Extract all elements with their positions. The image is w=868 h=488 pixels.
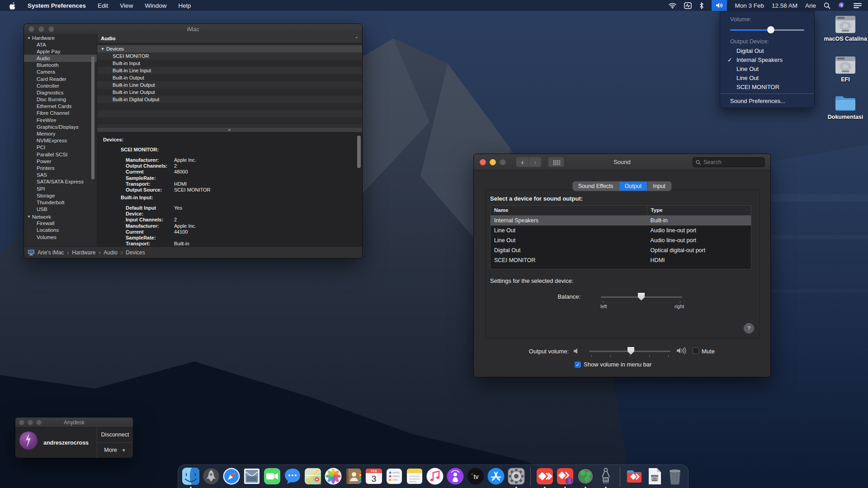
show-volume-checkbox[interactable]: ✓: [575, 361, 581, 368]
devices-group-row[interactable]: ▼ Devices: [97, 45, 362, 52]
sidebar-section-network[interactable]: ▼ Network: [24, 213, 97, 220]
anydesk-session-icon[interactable]: [556, 467, 574, 485]
volume-slider[interactable]: [730, 25, 804, 35]
output-device-item[interactable]: Line Out: [720, 73, 814, 82]
sidebar-section-hardware[interactable]: ▼ Hardware: [24, 34, 97, 41]
sidebar-item[interactable]: SATA/SATA Express: [24, 178, 97, 185]
sidebar-item[interactable]: Diagnostics: [24, 89, 97, 96]
maps-icon[interactable]: [304, 467, 322, 485]
sidebar-item[interactable]: Ethernet Cards: [24, 103, 97, 110]
mute-checkbox[interactable]: [693, 347, 699, 354]
device-row[interactable]: Built-in Line Output: [97, 89, 362, 96]
sidebar-item[interactable]: Storage: [24, 192, 97, 199]
bluetooth-icon[interactable]: [699, 0, 704, 11]
siri-icon[interactable]: [838, 0, 846, 11]
system-preferences-icon[interactable]: [507, 467, 525, 485]
desktop-icon-macos-catalina[interactable]: macOS Catalina: [821, 15, 868, 42]
sidebar-item[interactable]: Thunderbolt: [24, 199, 97, 206]
anydesk-icon[interactable]: [536, 467, 554, 485]
sound-preferences-item[interactable]: Sound Preferences...: [720, 96, 814, 105]
music-icon[interactable]: [426, 467, 444, 485]
menu-list-icon[interactable]: [854, 0, 862, 11]
sidebar-item[interactable]: Audio: [24, 55, 97, 61]
minimize-button[interactable]: [38, 26, 44, 32]
table-row[interactable]: Line Out Audio line-out port: [491, 235, 751, 245]
menu-view[interactable]: View: [120, 2, 133, 9]
anydesk-titlebar[interactable]: Anydesk: [15, 418, 133, 427]
column-type[interactable]: Type: [647, 206, 751, 215]
sidebar-item[interactable]: Printers: [24, 164, 97, 171]
search-icon[interactable]: [824, 0, 830, 11]
sidebar-item[interactable]: Apple Pay: [24, 48, 97, 55]
menu-user[interactable]: Arie: [805, 2, 816, 9]
podcasts-icon[interactable]: [446, 467, 464, 485]
table-row[interactable]: SCEI MONITOR HDMI: [491, 255, 751, 265]
sidebar-item[interactable]: Controller: [24, 82, 97, 89]
menu-window[interactable]: Window: [145, 2, 166, 9]
table-row[interactable]: Line Out Audio line-out port: [491, 225, 751, 235]
sidebar-item[interactable]: Firewall: [24, 220, 97, 227]
reminders-icon[interactable]: [385, 467, 403, 485]
sidebar-item[interactable]: Memory: [24, 130, 97, 137]
minimize-button[interactable]: [28, 420, 33, 425]
sidebar-item[interactable]: FireWire: [24, 117, 97, 123]
close-button[interactable]: [28, 26, 34, 32]
anydesk-folder-icon[interactable]: [625, 467, 643, 485]
close-button[interactable]: [480, 159, 486, 165]
search-field[interactable]: [693, 157, 765, 167]
apple-tv-icon[interactable]: tv: [467, 467, 485, 485]
photos-icon[interactable]: [324, 467, 342, 485]
desktop-icon-dokumentasi[interactable]: Dokumentasi: [821, 94, 868, 120]
disconnect-button[interactable]: Disconnect: [97, 427, 133, 442]
collapse-chevron-icon[interactable]: ⌃: [355, 36, 359, 41]
disclosure-triangle-icon[interactable]: ▼: [101, 47, 104, 51]
output-volume-thumb[interactable]: [627, 347, 634, 355]
device-row[interactable]: SCEI MONITOR: [97, 52, 362, 60]
help-button[interactable]: ?: [744, 323, 754, 333]
output-device-item[interactable]: ✓ Internal Speakers: [720, 55, 814, 64]
menu-date[interactable]: Mon 3 Feb: [735, 2, 764, 9]
table-row[interactable]: Digital Out Optical digital-out port: [491, 245, 751, 255]
device-row[interactable]: Built-in Line Input: [97, 67, 362, 74]
zoom-button[interactable]: [36, 420, 42, 425]
back-button[interactable]: ‹: [516, 157, 529, 167]
sidebar-item[interactable]: Volumes: [24, 234, 97, 240]
sidebar-item[interactable]: ATA: [24, 41, 97, 48]
sidebar-item[interactable]: PCI: [24, 144, 97, 151]
active-app-menu[interactable]: System Preferences: [28, 2, 86, 9]
sidebar-item[interactable]: USB: [24, 206, 97, 213]
tab[interactable]: Output: [619, 182, 648, 191]
disclosure-triangle-icon[interactable]: ▼: [27, 36, 31, 40]
device-row[interactable]: Built-in Line Output: [97, 81, 362, 89]
disk-image-document-icon[interactable]: [646, 467, 664, 485]
zoom-button[interactable]: [48, 26, 54, 32]
sidebar-item[interactable]: NVMExpress: [24, 137, 97, 144]
desktop-icon-efi[interactable]: EFI: [821, 56, 868, 83]
splitter-handle[interactable]: [228, 129, 231, 131]
sidebar-item[interactable]: Fibre Channel: [24, 110, 97, 117]
sound-titlebar[interactable]: ‹ › Sound: [474, 154, 770, 170]
app-store-icon[interactable]: [487, 467, 505, 485]
column-name[interactable]: Name: [491, 206, 647, 215]
output-device-item[interactable]: Line Out: [720, 64, 814, 73]
sidebar-item[interactable]: Graphics/Displays: [24, 123, 97, 130]
sidebar-item[interactable]: Power: [24, 158, 97, 164]
sidebar-item[interactable]: SPI: [24, 185, 97, 192]
anydesk-status-icon[interactable]: [684, 0, 692, 11]
clover-icon[interactable]: [576, 467, 594, 485]
tab[interactable]: Input: [647, 182, 671, 191]
menu-time[interactable]: 12.58 AM: [772, 2, 797, 9]
safari-icon[interactable]: [222, 467, 241, 485]
launchpad-icon[interactable]: [202, 467, 220, 485]
calendar-icon[interactable]: FEB3: [365, 467, 383, 485]
output-device-item[interactable]: SCEI MONITOR: [720, 82, 814, 91]
contacts-icon[interactable]: [344, 467, 363, 485]
breadcrumb-item[interactable]: Audio: [95, 249, 118, 256]
sidebar-item[interactable]: Disc Burning: [24, 96, 97, 103]
zoom-button[interactable]: [500, 159, 506, 165]
hackintool-icon[interactable]: [597, 467, 615, 485]
close-button[interactable]: [19, 420, 24, 425]
detail-scrollbar[interactable]: [357, 136, 361, 168]
messages-icon[interactable]: [283, 467, 302, 485]
disclosure-triangle-icon[interactable]: ▼: [27, 215, 31, 219]
